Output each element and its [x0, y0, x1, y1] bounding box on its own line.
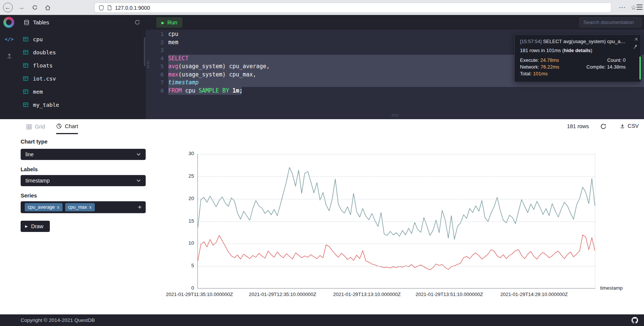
series-chip-cpu_average[interactable]: cpu_averagex — [25, 203, 63, 211]
notification-time: [15:57:54] — [520, 39, 542, 44]
grid-icon — [26, 124, 32, 130]
vertical-grip-dots — [147, 61, 149, 68]
sidebar-drag-handle[interactable] — [147, 61, 149, 69]
add-series-icon[interactable]: + — [138, 203, 142, 211]
table-icon — [23, 102, 28, 108]
gridline — [198, 154, 595, 154]
sidebar-item-cpu[interactable]: cpu — [18, 33, 146, 46]
url-bar[interactable] — [94, 3, 611, 13]
pin-icon[interactable] — [634, 45, 638, 51]
sql-editor[interactable]: 12345678 cpumemSELECTavg(usage_system) c… — [146, 30, 644, 119]
tables-refresh-icon[interactable] — [134, 19, 140, 25]
pie-chart-icon — [56, 123, 62, 129]
sidebar-item-iot.csv[interactable]: iot.csv — [18, 72, 146, 85]
hide-details-link[interactable]: hide details — [564, 48, 591, 53]
compile-label: Compile: — [586, 64, 605, 70]
table-name: doubles — [33, 49, 56, 55]
y-tick-label: 25 — [179, 173, 194, 179]
upload-glyph — [6, 53, 12, 59]
sidebar-item-doubles[interactable]: doubles — [18, 46, 146, 59]
questdb-logo — [3, 17, 14, 28]
table-icon — [23, 36, 28, 42]
chart-type-select[interactable]: line — [21, 149, 146, 160]
page-icon — [107, 5, 112, 10]
code-token: SAMPLE BY — [199, 87, 229, 94]
tables-panel-header: Tables — [18, 15, 146, 30]
search-documentation-input[interactable] — [579, 17, 642, 27]
series-chip-cpu_max[interactable]: cpu_maxx — [65, 203, 95, 211]
draw-button[interactable]: ▶ Draw — [21, 221, 50, 232]
code-token: (usage_system) cpu_average, — [178, 63, 270, 70]
reload-icon[interactable] — [30, 3, 40, 12]
upload-icon[interactable] — [0, 53, 18, 60]
shield-icon — [99, 5, 104, 11]
splitter-drag-handle[interactable] — [391, 111, 398, 118]
chart-type-value: line — [25, 151, 34, 157]
gridline — [198, 199, 595, 199]
rows-count: 181 rows — [567, 123, 589, 129]
reload-glyph — [32, 4, 38, 10]
code-token: timestamp — [168, 79, 199, 86]
back-button[interactable]: ← — [3, 3, 13, 12]
github-icon[interactable] — [631, 316, 639, 326]
query-notification: × [15:57:54] SELECT avg(usage_system) cp… — [514, 34, 641, 82]
table-icon — [23, 89, 28, 94]
network-label: Network: — [520, 64, 539, 70]
y-tick-label: 20 — [179, 196, 194, 201]
code-editor-icon[interactable]: </> — [0, 36, 18, 42]
series-chips[interactable]: cpu_averagexcpu_maxx+ — [21, 201, 146, 213]
y-tick-label: 5 — [179, 263, 194, 268]
line-number: 3 — [146, 46, 164, 55]
table-icon — [23, 63, 28, 68]
sidebar-item-my_table[interactable]: my_table — [18, 98, 146, 111]
tab-chart-label: Chart — [65, 123, 78, 129]
notification-query-row: [15:57:54] SELECT avg(usage_system) cpu_… — [520, 39, 635, 44]
database-icon — [24, 19, 30, 25]
editor-gutter: 12345678 — [146, 30, 168, 119]
home-icon[interactable] — [43, 3, 52, 12]
browser-chrome: ← → ⋯ ☆ — [0, 0, 644, 15]
code-token: (usage_system) cpu_max, — [178, 71, 256, 78]
sidebar-scrollbar[interactable] — [144, 37, 145, 66]
count-value: 0 — [623, 57, 626, 63]
count-label: Count: — [607, 57, 622, 63]
sidebar-item-floats[interactable]: floats — [18, 59, 146, 72]
menu-icon[interactable] — [637, 4, 643, 10]
chevron-down-icon — [136, 153, 141, 156]
rows-summary: 181 rows in 101ms ( — [520, 48, 564, 53]
tab-grid[interactable]: Grid — [26, 119, 45, 134]
tables-panel-title: Tables — [33, 19, 49, 25]
github-glyph — [631, 316, 639, 324]
result-refresh-icon[interactable] — [600, 123, 607, 132]
table-name: iot.csv — [33, 76, 56, 82]
footer: Copyright © 2014-2021 QuestDB — [0, 314, 644, 326]
chip-remove-icon[interactable]: x — [89, 205, 91, 210]
tab-chart[interactable]: Chart — [56, 119, 78, 134]
x-axis-label: timestamp — [600, 285, 623, 291]
questdb-console: ← → ⋯ ☆ Tables ▶ Run — [0, 0, 644, 326]
forward-button[interactable]: → — [16, 3, 26, 12]
csv-download-button[interactable]: CSV — [620, 123, 639, 129]
url-input[interactable] — [115, 5, 265, 11]
compile-value: 14.38ms — [607, 64, 626, 70]
gridline — [198, 176, 595, 177]
notification-details: Execute: 24.78ms Network: 76.22ms Total:… — [520, 57, 635, 77]
line-number: 2 — [146, 39, 164, 47]
labels-value: timestamp — [25, 178, 50, 184]
run-label: Run — [167, 19, 178, 25]
total-value: 101ms — [533, 71, 548, 76]
draw-label: Draw — [31, 223, 43, 229]
download-icon — [620, 123, 625, 129]
line-number: 7 — [146, 79, 164, 87]
notification-accent-bar — [640, 57, 641, 79]
chip-remove-icon[interactable]: x — [57, 205, 59, 210]
tables-list: cpudoublesfloatsiot.csvmemmy_table — [18, 33, 146, 111]
horizontal-grip-dots — [391, 114, 398, 117]
run-button[interactable]: ▶ Run — [156, 17, 182, 28]
close-icon[interactable]: × — [635, 36, 638, 42]
sidebar-item-mem[interactable]: mem — [18, 85, 146, 98]
result-panel: Grid Chart 181 rows CSV Chart type line … — [0, 119, 644, 314]
overflow-menu-icon[interactable]: ⋯ — [617, 3, 627, 12]
labels-select[interactable]: timestamp — [21, 175, 146, 186]
code-line-8[interactable]: FROM cpu SAMPLE BY 1m; — [168, 87, 644, 95]
